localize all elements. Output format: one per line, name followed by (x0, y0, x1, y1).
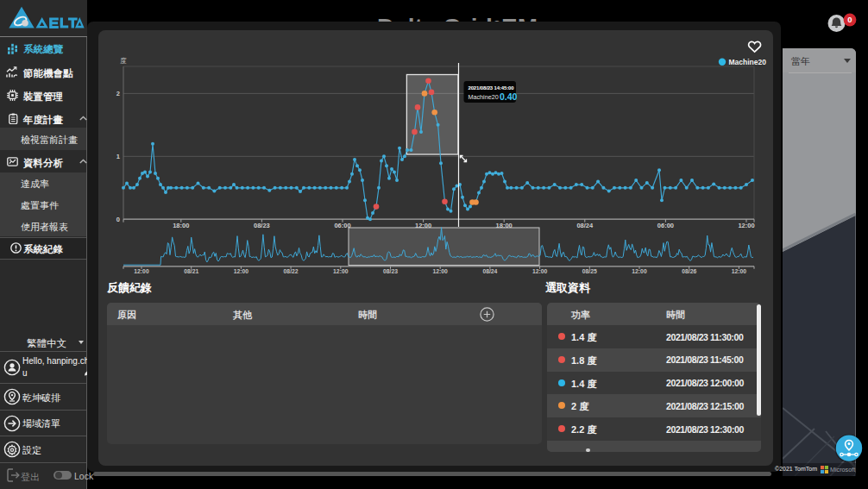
svg-text:12:00: 12:00 (433, 268, 449, 274)
svg-text:12:00: 12:00 (632, 268, 647, 274)
svg-text:0: 0 (847, 15, 852, 24)
svg-text:0.40: 0.40 (500, 91, 518, 102)
svg-text:06:00: 06:00 (657, 222, 674, 229)
svg-text:0: 0 (116, 216, 120, 223)
svg-text:度: 度 (120, 57, 127, 65)
svg-text:08/24: 08/24 (576, 222, 594, 229)
svg-text:18:00: 18:00 (173, 222, 189, 229)
svg-text:12:00: 12:00 (333, 268, 349, 274)
svg-text:12:00: 12:00 (532, 268, 548, 274)
svg-text:Machine20: Machine20 (469, 93, 499, 101)
svg-text:12:00: 12:00 (732, 268, 747, 274)
svg-text:12:00: 12:00 (234, 268, 249, 274)
svg-text:1: 1 (116, 153, 120, 160)
svg-text:Machine20: Machine20 (729, 58, 767, 66)
svg-text:08/22: 08/22 (284, 268, 299, 274)
svg-text:08/25: 08/25 (582, 268, 597, 274)
svg-text:08/23: 08/23 (383, 268, 398, 274)
svg-text:08/21: 08/21 (184, 268, 198, 274)
svg-text:2: 2 (116, 90, 120, 97)
svg-text:2021/08/23 14:45:00: 2021/08/23 14:45:00 (469, 85, 515, 91)
svg-text:12:00: 12:00 (134, 268, 149, 274)
svg-text:08/26: 08/26 (682, 268, 696, 274)
svg-text:12:00: 12:00 (738, 222, 754, 229)
svg-text:08/23: 08/23 (254, 222, 270, 229)
svg-text:08/24: 08/24 (482, 268, 497, 274)
